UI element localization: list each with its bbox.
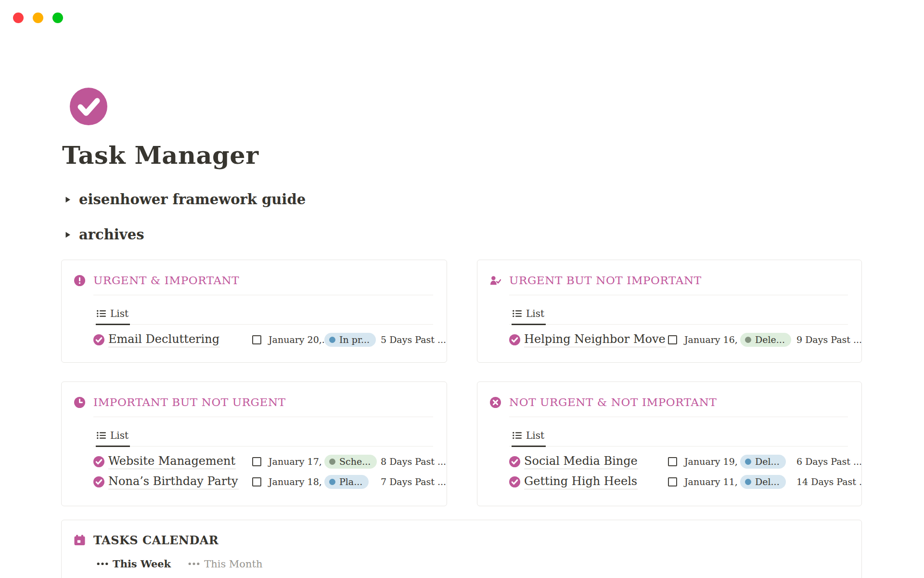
tab-label: List (110, 308, 128, 319)
alert-circle-icon (74, 275, 85, 286)
status-dot-icon (745, 337, 751, 343)
toggle-label: eisenhower framework guide (79, 191, 306, 208)
task-date[interactable]: January 20,... (269, 334, 324, 345)
task-checkbox[interactable] (668, 477, 677, 486)
tab-label: List (110, 430, 128, 441)
status-dot-icon (329, 479, 335, 485)
card-urgent-not-important: URGENT BUT NOT IMPORTANT List (477, 260, 862, 363)
status-badge[interactable]: Pla... (324, 475, 369, 489)
tab-list-view[interactable]: List (96, 430, 130, 447)
tab-list-view[interactable]: List (512, 308, 546, 325)
status-label: In pr... (339, 334, 370, 345)
status-dot-icon (745, 479, 751, 485)
card-header: IMPORTANT BUT NOT URGENT (62, 382, 447, 409)
task-date[interactable]: January 11, ... (684, 476, 740, 487)
task-name-link[interactable]: Helping Neighbor Move (524, 332, 666, 347)
quadrant-title: URGENT BUT NOT IMPORTANT (509, 274, 702, 287)
status-badge[interactable]: Del... (740, 455, 786, 469)
task-name-link[interactable]: Nona’s Birthday Party (108, 474, 239, 489)
task-name-link[interactable]: Website Management (108, 454, 236, 469)
task-date[interactable]: January 18, ... (269, 476, 324, 487)
status-badge[interactable]: Del... (740, 475, 786, 489)
task-check-icon (93, 334, 104, 345)
task-checkbox[interactable] (252, 457, 261, 466)
quadrant-grid: URGENT & IMPORTANT List Emai (61, 260, 862, 506)
toggle-triangle-icon (65, 196, 71, 203)
task-date[interactable]: January 19, ... (684, 456, 740, 467)
three-dots-icon (188, 562, 200, 565)
card-tasks-calendar: TASKS CALENDAR This Week This Month (61, 520, 862, 578)
list-view-icon (513, 432, 522, 439)
toggle-archives[interactable]: archives (61, 226, 144, 243)
task-row: Website Management January 17, ... Sche.… (93, 451, 433, 472)
quadrant-title: IMPORTANT BUT NOT URGENT (93, 396, 286, 408)
toggle-eisenhower-framework-guide[interactable]: eisenhower framework guide (61, 191, 306, 208)
card-important-not-urgent: IMPORTANT BUT NOT URGENT List (61, 381, 447, 506)
status-badge[interactable]: Sche... (324, 455, 377, 469)
list-view-icon (513, 310, 522, 317)
task-checkbox[interactable] (668, 457, 677, 466)
status-label: Dele... (755, 334, 785, 345)
tab-this-week[interactable]: This Week (97, 558, 171, 570)
task-name-link[interactable]: Getting High Heels (524, 474, 638, 489)
card-header: TASKS CALENDAR (62, 520, 861, 547)
task-check-icon (93, 456, 104, 467)
tab-list-view[interactable]: List (512, 430, 546, 447)
tab-label: List (526, 308, 544, 319)
view-tabs: List (93, 417, 433, 447)
calendar-icon (74, 535, 85, 546)
task-row: Email Decluttering January 20,... In pr.… (93, 329, 433, 350)
task-check-icon (509, 334, 520, 345)
view-tabs: List (509, 295, 848, 325)
task-checkbox[interactable] (252, 335, 261, 344)
task-name-link[interactable]: Email Decluttering (108, 332, 220, 347)
view-tabs: List (93, 295, 433, 325)
task-name-link[interactable]: Social Media Binge (524, 454, 638, 469)
task-date[interactable]: January 16, ... (684, 334, 740, 345)
status-label: Del... (755, 476, 780, 487)
quadrant-title: NOT URGENT & NOT IMPORTANT (509, 396, 717, 408)
zoom-window-button[interactable] (52, 13, 63, 23)
tab-label: This Week (113, 558, 171, 570)
status-label: Pla... (339, 476, 362, 487)
status-badge[interactable]: Dele... (740, 333, 791, 347)
task-overdue: 8 Days Past ... (381, 456, 446, 467)
task-overdue: 5 Days Past ... (381, 334, 446, 345)
calendar-title: TASKS CALENDAR (93, 533, 218, 547)
view-tabs: List (509, 417, 848, 447)
task-row: Nona’s Birthday Party January 18, ... Pl… (93, 472, 433, 492)
clock-icon (74, 397, 85, 408)
task-check-icon (93, 476, 104, 487)
minimize-window-button[interactable] (33, 13, 43, 23)
toggle-label: archives (79, 226, 144, 243)
card-header: NOT URGENT & NOT IMPORTANT (477, 382, 861, 409)
tab-list-view[interactable]: List (96, 308, 130, 325)
status-badge[interactable]: In pr... (324, 333, 376, 347)
task-date[interactable]: January 17, ... (269, 456, 324, 467)
three-dots-icon (97, 562, 108, 565)
task-check-icon (509, 456, 520, 467)
close-window-button[interactable] (13, 13, 24, 23)
task-row: Helping Neighbor Move January 16, ... De… (509, 329, 848, 350)
page-body: Task Manager eisenhower framework guide … (61, 88, 862, 578)
tab-this-month[interactable]: This Month (188, 558, 262, 570)
task-checkbox[interactable] (668, 335, 677, 344)
list-view-icon (97, 432, 106, 439)
person-check-icon (490, 275, 501, 286)
task-row: Social Media Binge January 19, ... Del..… (509, 451, 848, 472)
page-title: Task Manager (62, 141, 862, 170)
quadrant-title: URGENT & IMPORTANT (93, 274, 239, 287)
task-row: Getting High Heels January 11, ... Del..… (509, 472, 848, 492)
task-overdue: 7 Days Past ... (381, 476, 446, 487)
status-label: Sche... (339, 456, 371, 467)
task-checkbox[interactable] (252, 477, 261, 486)
task-overdue: 9 Days Past ... (796, 334, 862, 345)
status-dot-icon (329, 337, 335, 343)
x-circle-icon (490, 397, 501, 408)
card-header: URGENT BUT NOT IMPORTANT (477, 260, 861, 288)
check-circle-icon (70, 88, 107, 125)
card-urgent-important: URGENT & IMPORTANT List Emai (61, 260, 447, 363)
status-dot-icon (745, 459, 751, 465)
card-header: URGENT & IMPORTANT (62, 260, 447, 288)
task-overdue: 14 Days Past ... (796, 476, 862, 487)
